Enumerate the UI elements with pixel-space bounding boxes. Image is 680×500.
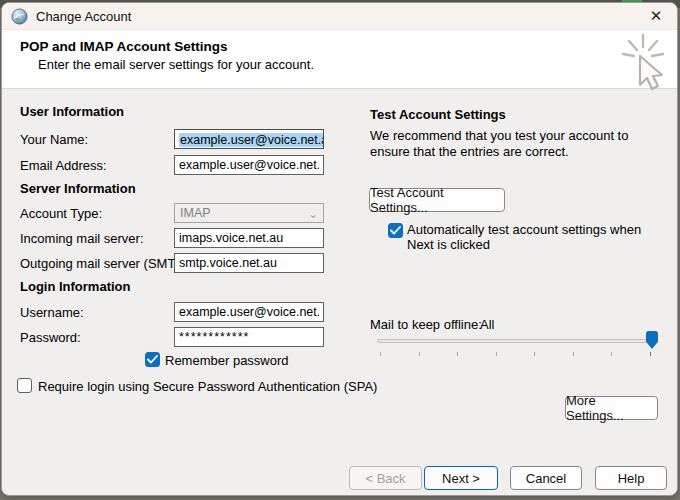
incoming-server-label: Incoming mail server: <box>20 231 144 246</box>
mail-offline-slider-track[interactable] <box>377 339 657 343</box>
next-button[interactable]: Next > <box>424 466 498 490</box>
password-label: Password: <box>20 330 81 345</box>
window-title: Change Account <box>36 9 131 24</box>
spa-checkbox[interactable] <box>17 378 32 393</box>
your-name-selected-text: example.user@voice.net.au <box>179 133 324 147</box>
outgoing-server-label: Outgoing mail server (SMTP): <box>20 256 192 271</box>
section-server-information: Server Information <box>20 181 136 196</box>
mail-offline-value: All <box>480 317 494 332</box>
test-description: We recommend that you test your account … <box>370 128 666 160</box>
section-login-information: Login Information <box>20 279 130 294</box>
slider-tick <box>650 352 651 356</box>
page-title: POP and IMAP Account Settings <box>20 39 228 54</box>
slider-tick <box>496 352 497 356</box>
page-subtitle: Enter the email server settings for your… <box>38 57 314 72</box>
auto-test-label[interactable]: Automatically test account settings when… <box>407 222 669 252</box>
help-button[interactable]: Help <box>595 466 667 490</box>
slider-tick <box>457 352 458 356</box>
spa-label[interactable]: Require login using Secure Password Auth… <box>38 379 377 394</box>
cancel-button[interactable]: Cancel <box>510 466 582 490</box>
slider-tick <box>573 352 574 356</box>
section-user-information: User Information <box>20 104 124 119</box>
slider-tick <box>611 352 612 356</box>
close-icon[interactable]: ✕ <box>641 5 671 27</box>
email-address-input[interactable] <box>174 155 324 175</box>
remember-password-label[interactable]: Remember password <box>165 353 289 368</box>
chevron-down-icon: ⌄ <box>308 207 318 221</box>
auto-test-checkbox[interactable] <box>388 223 403 238</box>
back-button: < Back <box>349 466 422 490</box>
more-settings-button[interactable]: More Settings... <box>565 396 658 420</box>
your-name-label: Your Name: <box>20 132 88 147</box>
slider-tick <box>534 352 535 356</box>
slider-tick <box>380 352 381 356</box>
remember-password-checkbox[interactable] <box>145 352 160 367</box>
account-type-label: Account Type: <box>20 206 102 221</box>
mouse-cursor-click-graphic <box>612 30 674 92</box>
email-address-label: Email Address: <box>20 158 107 173</box>
check-icon <box>147 355 158 364</box>
account-type-select: IMAP ⌄ <box>174 203 324 223</box>
username-label: Username: <box>20 305 84 320</box>
test-account-settings-button[interactable]: Test Account Settings... <box>369 188 505 212</box>
incoming-server-input[interactable] <box>174 228 324 248</box>
check-icon <box>390 226 401 235</box>
section-test-account-settings: Test Account Settings <box>370 107 506 122</box>
account-type-value: IMAP <box>180 206 211 220</box>
mail-offline-label: Mail to keep offline: <box>370 317 482 332</box>
username-input[interactable] <box>174 302 324 322</box>
password-input[interactable] <box>174 327 324 347</box>
outgoing-server-input[interactable] <box>174 253 324 273</box>
your-name-input[interactable]: example.user@voice.net.au <box>174 129 324 149</box>
slider-tick <box>419 352 420 356</box>
change-account-icon <box>11 8 28 25</box>
